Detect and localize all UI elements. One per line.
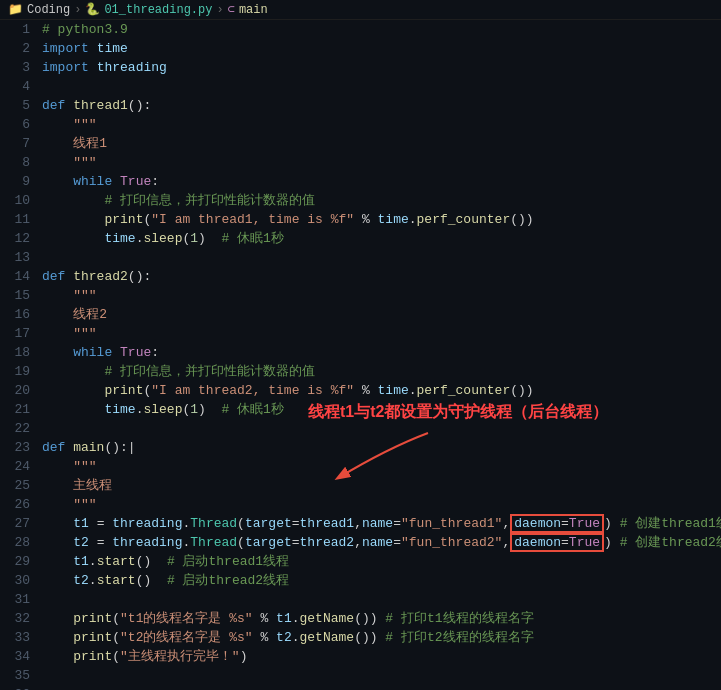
code-line-31 (42, 590, 721, 609)
code-line-35 (42, 666, 721, 685)
code-line-17: """ (42, 324, 721, 343)
code-lines[interactable]: # python3.9 import time import threading… (38, 20, 721, 690)
breadcrumb-sep2: › (216, 3, 223, 17)
code-line-33: print("t2的线程名字是 %s" % t2.getName()) # 打印… (42, 628, 721, 647)
code-line-26: """ (42, 495, 721, 514)
code-line-13 (42, 248, 721, 267)
breadcrumb-sep1: › (74, 3, 81, 17)
code-line-3: import threading (42, 58, 721, 77)
code-line-29: t1.start() # 启动thread1线程 (42, 552, 721, 571)
breadcrumb-folder[interactable]: Coding (27, 3, 70, 17)
code-line-34: print("主线程执行完毕！") (42, 647, 721, 666)
breadcrumb-func-icon: ⊂ (228, 2, 235, 17)
breadcrumb-file[interactable]: 01_threading.py (104, 3, 212, 17)
code-line-15: """ (42, 286, 721, 305)
code-line-1: # python3.9 (42, 20, 721, 39)
code-line-12: time.sleep(1) # 休眠1秒 (42, 229, 721, 248)
code-line-23: def main():| (42, 438, 721, 457)
breadcrumb-file-icon: 🐍 (85, 2, 100, 17)
code-line-7: 线程1 (42, 134, 721, 153)
code-line-20: print("I am thread2, time is %f" % time.… (42, 381, 721, 400)
code-line-2: import time (42, 39, 721, 58)
code-line-19: # 打印信息，并打印性能计数器的值 (42, 362, 721, 381)
code-line-21: time.sleep(1) # 休眠1秒 (42, 400, 721, 419)
code-line-16: 线程2 (42, 305, 721, 324)
breadcrumb: 📁 Coding › 🐍 01_threading.py › ⊂ main (0, 0, 721, 20)
code-line-6: """ (42, 115, 721, 134)
code-line-10: # 打印信息，并打印性能计数器的值 (42, 191, 721, 210)
line-numbers: 12345 678910 1112131415 1617181920 21222… (0, 20, 38, 690)
code-line-24: """ (42, 457, 721, 476)
code-line-22 (42, 419, 721, 438)
code-line-30: t2.start() # 启动thread2线程 (42, 571, 721, 590)
code-line-11: print("I am thread1, time is %f" % time.… (42, 210, 721, 229)
code-line-28: t2 = threading.Thread(target=thread2,nam… (42, 533, 721, 552)
code-container: 12345 678910 1112131415 1617181920 21222… (0, 20, 721, 690)
code-line-9: while True: (42, 172, 721, 191)
code-line-32: print("t1的线程名字是 %s" % t1.getName()) # 打印… (42, 609, 721, 628)
breadcrumb-func[interactable]: main (239, 3, 268, 17)
code-line-14: def thread2(): (42, 267, 721, 286)
breadcrumb-folder-icon: 📁 (8, 2, 23, 17)
code-line-27: t1 = threading.Thread(target=thread1,nam… (42, 514, 721, 533)
code-line-8: """ (42, 153, 721, 172)
code-line-18: while True: (42, 343, 721, 362)
code-line-4 (42, 77, 721, 96)
code-line-36 (42, 685, 721, 690)
code-line-25: 主线程 (42, 476, 721, 495)
code-line-5: def thread1(): (42, 96, 721, 115)
